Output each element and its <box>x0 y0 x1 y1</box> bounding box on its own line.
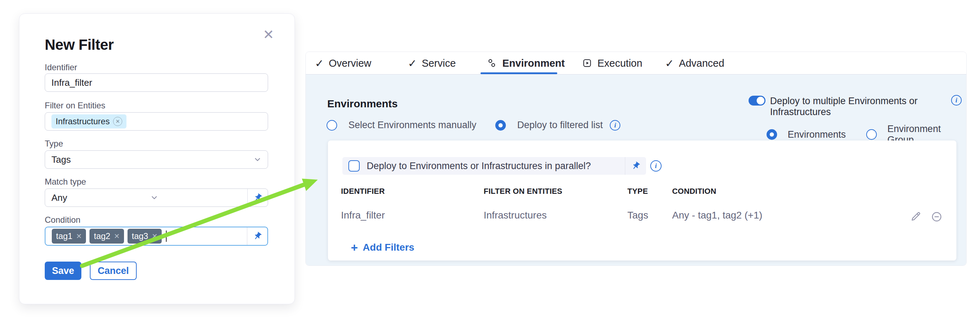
identifier-input[interactable]: Infra_filter <box>45 74 268 92</box>
remove-minus-circle-icon[interactable] <box>931 211 943 224</box>
radio-environment-group[interactable] <box>866 129 877 140</box>
close-icon[interactable]: ✕ <box>263 28 274 41</box>
entity-chip-label: Infrastructures <box>56 117 110 126</box>
new-filter-modal: New Filter ✕ Identifier Infra_filter Fil… <box>19 13 295 304</box>
pin-icon[interactable] <box>247 189 268 207</box>
tab-advanced[interactable]: ✓ Advanced <box>665 52 724 74</box>
filters-card: Deploy to Environments or Infrastructure… <box>328 141 956 261</box>
match-type-value: Any <box>51 192 67 203</box>
filter-on-entities-label: Filter on Entities <box>45 101 105 110</box>
environments-heading: Environments <box>327 98 398 110</box>
tab-execution[interactable]: Execution <box>582 52 642 74</box>
radio-deploy-filtered[interactable] <box>495 120 506 131</box>
tab-label: Advanced <box>679 58 724 69</box>
remove-entity-icon[interactable]: ✕ <box>113 117 122 126</box>
type-value: Tags <box>51 154 71 165</box>
col-header-filter-on-entities: FILTER ON ENTITIES <box>484 187 562 196</box>
tag-label: tag1 <box>56 231 73 241</box>
cell-type: Tags <box>627 210 648 221</box>
chevron-down-icon <box>150 194 158 202</box>
radio-environments[interactable] <box>767 129 777 140</box>
deploy-mode-radios: Select Environments manually Deploy to f… <box>326 120 620 131</box>
check-icon: ✓ <box>408 57 417 70</box>
chevron-down-icon <box>254 156 261 163</box>
cell-condition: Any - tag1, tag2 (+1) <box>672 210 762 221</box>
col-header-type: TYPE <box>627 187 648 196</box>
type-select[interactable]: Tags <box>45 150 268 169</box>
type-label: Type <box>45 139 63 149</box>
environment-hexagons-icon <box>487 58 497 69</box>
match-type-label: Match type <box>45 177 86 187</box>
tag-chip: tag1 ✕ <box>52 229 86 243</box>
cell-filter-on-entities: Infrastructures <box>484 210 547 221</box>
info-icon[interactable]: i <box>610 120 620 131</box>
radio-select-manually[interactable] <box>326 120 337 131</box>
info-icon[interactable]: i <box>951 95 962 106</box>
tag-label: tag2 <box>94 231 110 241</box>
check-icon: ✓ <box>665 57 674 70</box>
identifier-value: Infra_filter <box>51 77 92 88</box>
filter-on-entities-input[interactable]: Infrastructures ✕ <box>45 112 268 131</box>
multi-env-toggle[interactable] <box>749 96 765 106</box>
save-button[interactable]: Save <box>45 262 81 280</box>
info-icon[interactable]: i <box>650 160 662 171</box>
active-tab-indicator <box>480 72 557 74</box>
col-header-identifier: IDENTIFIER <box>341 187 385 196</box>
add-filters-label: Add Filters <box>363 242 414 253</box>
tab-overview[interactable]: ✓ Overview <box>315 52 371 74</box>
condition-label: Condition <box>45 215 80 225</box>
check-icon: ✓ <box>315 57 324 70</box>
stage-tabbar: ✓ Overview ✓ Service Environment <box>306 52 966 74</box>
tab-label: Overview <box>329 58 371 69</box>
environment-tab-content: Environments Select Environments manuall… <box>306 74 966 266</box>
multi-env-toggle-label: Deploy to multiple Environments or Infra… <box>770 96 966 118</box>
col-header-condition: CONDITION <box>672 187 716 196</box>
edit-pencil-icon[interactable] <box>910 211 921 223</box>
add-filters-button[interactable]: + Add Filters <box>351 242 414 253</box>
execution-play-icon <box>582 58 592 69</box>
tag-chip: tag3 ✕ <box>127 229 162 243</box>
tab-label: Service <box>422 58 456 69</box>
identifier-label: Identifier <box>45 62 77 72</box>
pin-icon[interactable] <box>247 227 267 245</box>
remove-tag-icon[interactable]: ✕ <box>76 232 82 240</box>
text-cursor <box>166 231 167 242</box>
modal-title: New Filter <box>45 36 114 53</box>
toggle-knob <box>757 97 764 104</box>
parallel-option-bar: Deploy to Environments or Infrastructure… <box>342 157 646 175</box>
tab-label: Execution <box>597 58 642 69</box>
parallel-checkbox[interactable] <box>348 160 360 171</box>
radio-label: Select Environments manually <box>348 120 476 131</box>
tag-label: tag3 <box>132 231 148 241</box>
screen: New Filter ✕ Identifier Infra_filter Fil… <box>0 0 980 317</box>
pin-icon[interactable] <box>625 157 646 175</box>
remove-tag-icon[interactable]: ✕ <box>114 232 120 240</box>
stage-panel: ✓ Overview ✓ Service Environment <box>305 51 967 266</box>
tag-chip: tag2 ✕ <box>89 229 124 243</box>
tab-environment[interactable]: Environment <box>487 52 565 74</box>
tab-service[interactable]: ✓ Service <box>408 52 456 74</box>
cancel-button[interactable]: Cancel <box>90 262 137 280</box>
radio-label: Deploy to filtered list <box>517 120 603 131</box>
condition-input[interactable]: tag1 ✕ tag2 ✕ tag3 ✕ <box>45 227 268 246</box>
remove-tag-icon[interactable]: ✕ <box>152 232 158 240</box>
match-type-select[interactable]: Any <box>45 189 268 207</box>
radio-label: Environments <box>788 129 846 140</box>
entity-chip: Infrastructures ✕ <box>51 114 126 128</box>
parallel-label: Deploy to Environments or Infrastructure… <box>367 161 591 171</box>
tab-label: Environment <box>502 58 565 69</box>
plus-icon: + <box>351 242 358 253</box>
cell-identifier: Infra_filter <box>341 210 385 221</box>
